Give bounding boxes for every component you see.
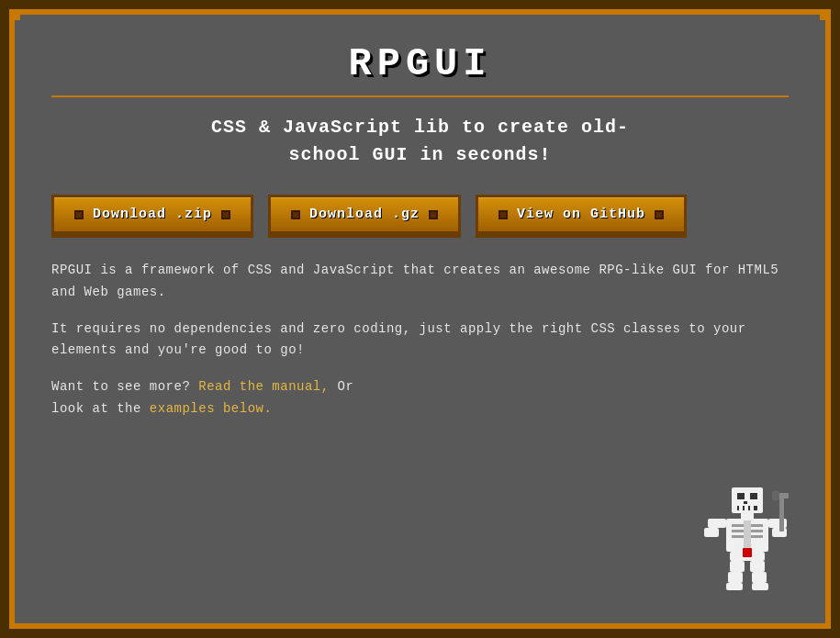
download-gz-label: Download .gz bbox=[309, 207, 420, 222]
svg-rect-11 bbox=[750, 524, 763, 527]
svg-rect-1 bbox=[737, 493, 745, 499]
examples-link[interactable]: examples below. bbox=[150, 401, 273, 416]
svg-rect-26 bbox=[730, 561, 745, 572]
read-manual-link[interactable]: Read the manual, bbox=[198, 379, 329, 394]
svg-rect-28 bbox=[726, 583, 743, 590]
svg-rect-25 bbox=[743, 548, 752, 557]
desc-para3-mid: Or bbox=[330, 379, 354, 394]
svg-rect-15 bbox=[750, 535, 763, 538]
subtitle: CSS & JavaScript lib to create old- scho… bbox=[51, 114, 789, 169]
inner-content: RPGUI CSS & JavaScript lib to create old… bbox=[15, 15, 825, 623]
svg-rect-10 bbox=[732, 524, 745, 527]
subtitle-line1: CSS & JavaScript lib to create old- bbox=[211, 117, 629, 138]
btn-dot-right3 bbox=[655, 210, 664, 219]
svg-rect-23 bbox=[772, 491, 779, 500]
svg-rect-12 bbox=[732, 530, 745, 532]
skeleton-decoration bbox=[697, 486, 798, 605]
github-button[interactable]: View on GitHub bbox=[476, 195, 687, 234]
btn-dot-left bbox=[74, 210, 84, 219]
svg-rect-14 bbox=[732, 535, 745, 538]
svg-rect-30 bbox=[752, 572, 767, 583]
download-zip-button[interactable]: Download .zip bbox=[51, 195, 253, 234]
desc-para3-line2: look at the bbox=[51, 401, 150, 416]
svg-rect-29 bbox=[750, 561, 765, 572]
description-area: RPGUI is a framework of CSS and JavaScri… bbox=[51, 260, 789, 420]
svg-rect-8 bbox=[741, 513, 754, 519]
svg-rect-18 bbox=[704, 528, 719, 537]
desc-para3-prefix: Want to see more? bbox=[51, 379, 198, 394]
svg-rect-27 bbox=[728, 572, 743, 583]
svg-rect-31 bbox=[752, 583, 768, 590]
svg-rect-2 bbox=[750, 493, 757, 499]
btn-dot-left2 bbox=[291, 210, 300, 219]
svg-rect-3 bbox=[744, 501, 747, 504]
btn-dot-left3 bbox=[498, 210, 508, 219]
btn-dot-right bbox=[221, 210, 230, 219]
desc-para1: RPGUI is a framework of CSS and JavaScri… bbox=[51, 260, 789, 304]
svg-rect-13 bbox=[750, 530, 763, 532]
skeleton-svg bbox=[697, 486, 798, 605]
desc-para2: It requires no dependencies and zero cod… bbox=[51, 319, 789, 363]
svg-rect-6 bbox=[745, 506, 748, 510]
btn-dot-right2 bbox=[429, 210, 438, 219]
svg-rect-7 bbox=[750, 506, 754, 510]
svg-rect-5 bbox=[739, 506, 743, 510]
subtitle-line2: school GUI in seconds! bbox=[288, 144, 551, 165]
download-zip-label: Download .zip bbox=[93, 207, 212, 222]
svg-rect-21 bbox=[779, 495, 784, 532]
desc-para3: Want to see more? Read the manual, Or lo… bbox=[51, 376, 789, 420]
page-title: RPGUI bbox=[51, 42, 789, 86]
main-container: RPGUI CSS & JavaScript lib to create old… bbox=[9, 9, 831, 629]
github-label: View on GitHub bbox=[517, 207, 645, 222]
svg-rect-17 bbox=[708, 519, 726, 528]
download-gz-button[interactable]: Download .gz bbox=[268, 195, 461, 234]
buttons-row: Download .zip Download .gz View on GitHu… bbox=[51, 195, 789, 234]
svg-rect-16 bbox=[744, 520, 751, 550]
title-divider bbox=[51, 95, 789, 97]
